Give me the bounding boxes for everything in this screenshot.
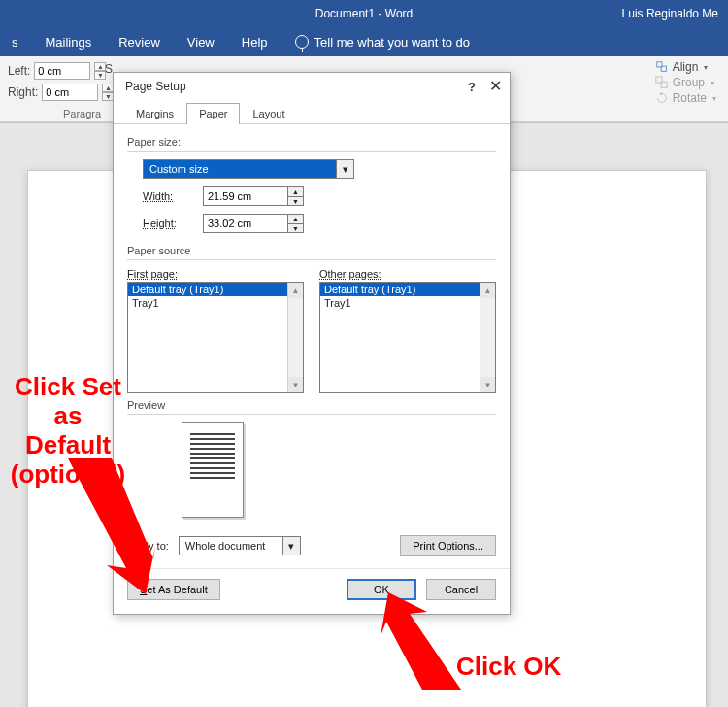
dialog-help-button[interactable]: ? — [468, 80, 476, 94]
width-spinner[interactable]: ▲▼ — [288, 186, 304, 206]
indent-right-input[interactable] — [42, 84, 98, 101]
dialog-titlebar[interactable]: Page Setup ? ✕ — [114, 73, 510, 100]
arrow-to-ok — [379, 592, 476, 690]
group-label: Group — [673, 76, 705, 89]
height-input[interactable] — [203, 214, 288, 233]
tab-layout[interactable]: Layout — [240, 103, 297, 124]
preview-page — [182, 422, 244, 518]
dialog-title: Page Setup — [125, 80, 186, 93]
align-label: Align — [673, 60, 699, 74]
preview-label: Preview — [127, 399, 496, 411]
spacing-label-partial: S — [105, 62, 113, 76]
first-page-listbox[interactable]: Default tray (Tray1) Tray1 ▲▼ — [127, 282, 304, 393]
caret-icon: ▾ — [712, 94, 716, 103]
group-menu[interactable]: Group▾ — [655, 76, 716, 89]
height-spinner[interactable]: ▲▼ — [288, 214, 304, 233]
apply-to-select[interactable]: Whole document ▾ — [179, 536, 301, 556]
align-icon — [655, 60, 669, 74]
list-item[interactable]: Tray1 — [128, 296, 303, 310]
rotate-icon — [655, 91, 669, 105]
paragraph-group-label: Paragra — [63, 108, 101, 119]
tab-margins[interactable]: Margins — [123, 103, 186, 124]
indent-left-input[interactable] — [34, 62, 90, 80]
scrollbar[interactable]: ▲▼ — [287, 283, 303, 392]
dialog-tabs: Margins Paper Layout — [114, 102, 510, 124]
height-label: Height: — [143, 218, 189, 229]
ribbon-tab-view[interactable]: View — [187, 35, 215, 50]
apply-to-value: Whole document — [179, 536, 283, 556]
ribbon-tab-partial[interactable]: s — [12, 35, 18, 50]
rotate-menu[interactable]: Rotate▾ — [655, 91, 716, 105]
title-bar: Document1 - Word Luis Reginaldo Me — [0, 0, 728, 27]
document-title: Document1 - Word — [315, 7, 413, 20]
paper-size-dropdown-button[interactable]: ▾ — [337, 159, 354, 179]
list-item[interactable]: Default tray (Tray1) — [320, 283, 495, 296]
apply-to-dropdown-button[interactable]: ▾ — [283, 536, 301, 556]
tell-me-label: Tell me what you want to do — [314, 35, 470, 50]
tell-me-search[interactable]: Tell me what you want to do — [295, 35, 470, 50]
scrollbar[interactable]: ▲▼ — [480, 283, 495, 392]
page-setup-dialog: Page Setup ? ✕ Margins Paper Layout Pape… — [113, 72, 511, 615]
group-icon — [655, 76, 669, 89]
ribbon-tabs: s Mailings Review View Help Tell me what… — [0, 27, 728, 56]
ribbon-tab-help[interactable]: Help — [242, 35, 268, 50]
paper-size-label: Paper size: — [127, 136, 496, 148]
arrange-group: Align▾ Group▾ Rotate▾ — [655, 60, 716, 105]
caret-icon: ▾ — [711, 79, 714, 87]
tab-paper[interactable]: Paper — [186, 103, 240, 124]
list-item[interactable]: Default tray (Tray1) — [128, 283, 303, 296]
print-options-button[interactable]: Print Options... — [400, 535, 496, 556]
list-item[interactable]: Tray1 — [320, 296, 495, 310]
svg-marker-5 — [381, 592, 461, 690]
rotate-label: Rotate — [673, 91, 707, 105]
dialog-close-button[interactable]: ✕ — [489, 79, 502, 94]
svg-marker-4 — [68, 458, 155, 594]
width-input[interactable] — [203, 186, 288, 206]
ribbon-tab-review[interactable]: Review — [118, 35, 160, 50]
lightbulb-icon — [295, 35, 309, 49]
indent-group: Left: ▲▼ Right: ▲▼ — [8, 62, 114, 101]
caret-icon: ▾ — [704, 63, 708, 72]
width-label: Width: — [143, 190, 189, 202]
paper-size-combo[interactable]: Custom size ▾ — [143, 159, 496, 179]
arrow-to-set-default — [49, 458, 155, 594]
indent-right-label: Right: — [8, 85, 38, 99]
indent-left-label: Left: — [8, 64, 30, 78]
first-page-label: First page: — [127, 268, 178, 280]
paper-size-value: Custom size — [143, 159, 337, 179]
ribbon-tab-mailings[interactable]: Mailings — [46, 35, 92, 50]
paper-source-label: Paper source — [127, 245, 496, 256]
other-pages-label: Other pages: — [319, 268, 381, 280]
align-menu[interactable]: Align▾ — [655, 60, 716, 74]
other-pages-listbox[interactable]: Default tray (Tray1) Tray1 ▲▼ — [319, 282, 496, 393]
user-name: Luis Reginaldo Me — [622, 7, 718, 20]
